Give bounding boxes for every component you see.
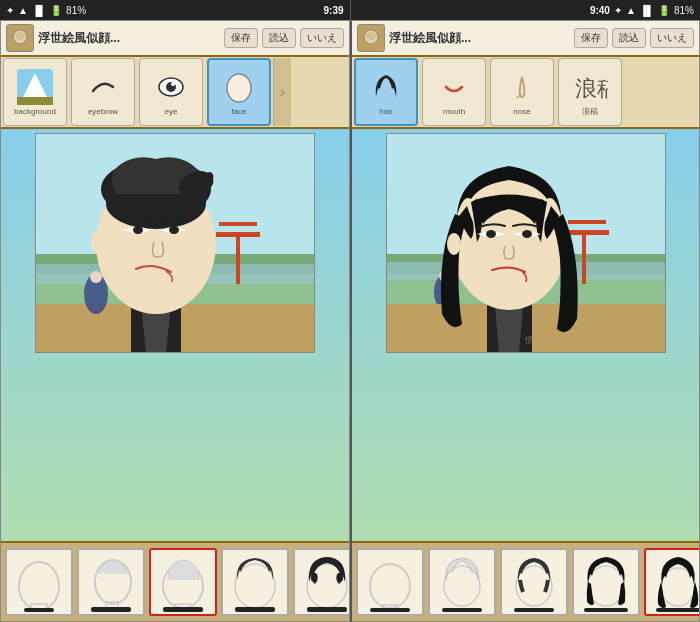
- svg-point-12: [227, 74, 251, 102]
- svg-point-33: [91, 230, 107, 254]
- left-no-btn[interactable]: いいえ: [300, 28, 344, 48]
- background-label: background: [14, 107, 56, 116]
- left-canvas-area: [1, 129, 349, 541]
- svg-point-54: [366, 32, 376, 40]
- right-thumb-2[interactable]: [428, 548, 496, 616]
- svg-rect-77: [360, 552, 420, 612]
- left-thumb-5[interactable]: [293, 548, 349, 616]
- battery-icon-left: 🔋: [50, 5, 62, 16]
- svg-rect-48: [235, 607, 275, 612]
- tool-face[interactable]: face: [207, 58, 271, 126]
- left-title: 浮世絵風似顔...: [38, 30, 220, 47]
- eye-icon: [153, 69, 189, 105]
- right-thumb-5[interactable]: [644, 548, 699, 616]
- right-toolbar: hair mouth: [352, 57, 699, 129]
- signal-icon-left: ▐▌: [32, 5, 46, 16]
- svg-point-75: [522, 230, 532, 238]
- left-canvas: [35, 133, 315, 353]
- bluetooth-icon-left: ✦: [6, 5, 14, 16]
- eyebrow-label: eyebrow: [88, 107, 118, 116]
- svg-text:浪稿: 浪稿: [575, 76, 608, 101]
- right-save-btn[interactable]: 保存: [574, 28, 608, 48]
- nose-icon: [504, 69, 540, 105]
- time-right: 9:40: [590, 5, 610, 16]
- tool-background[interactable]: background: [3, 58, 67, 126]
- right-title-bar: 浮世絵風似顔... 保存 読込 いいえ: [352, 21, 699, 57]
- svg-point-2: [15, 32, 25, 40]
- right-title: 浮世絵風似顔...: [389, 30, 570, 47]
- svg-rect-45: [163, 607, 203, 612]
- tool-hair[interactable]: hair: [354, 58, 418, 126]
- status-bar-left: ✦ ▲ ▐▌ 🔋 81% 9:39 9:40 ✦ ▲ ▐▌ 🔋 81%: [0, 0, 700, 20]
- eye-label: eye: [165, 107, 178, 116]
- tool-nose[interactable]: nose: [490, 58, 554, 126]
- eyebrow-icon: [85, 69, 121, 105]
- left-load-btn[interactable]: 読込: [262, 28, 296, 48]
- left-thumb-2[interactable]: [77, 548, 145, 616]
- mouth-label: mouth: [443, 107, 465, 116]
- right-canvas-area: 慣遊狂玩人 HTTP://ARITAN.COM: [352, 129, 699, 541]
- svg-rect-37: [24, 608, 54, 612]
- left-scroll-indicator[interactable]: ›: [273, 58, 291, 126]
- hair-label: hair: [379, 107, 392, 116]
- svg-point-74: [486, 230, 496, 238]
- signal-icon-right: ▐▌: [640, 5, 654, 16]
- svg-rect-41: [91, 607, 131, 612]
- tool-eyebrow[interactable]: eyebrow: [71, 58, 135, 126]
- wifi-icon-right: ▲: [626, 5, 636, 16]
- battery-pct-left: 81%: [66, 5, 86, 16]
- face-label: face: [231, 107, 246, 116]
- left-app-icon: [6, 24, 34, 52]
- battery-icon-right: 🔋: [658, 5, 670, 16]
- right-thumb-3[interactable]: [500, 548, 568, 616]
- svg-rect-83: [442, 608, 482, 612]
- hair-icon: [368, 69, 404, 105]
- svg-point-31: [133, 226, 143, 234]
- svg-rect-56: [436, 69, 472, 105]
- right-panel: 浮世絵風似顔... 保存 読込 いいえ hair: [350, 20, 700, 622]
- right-canvas: 慣遊狂玩人 HTTP://ARITAN.COM: [386, 133, 666, 353]
- right-app-icon: [357, 24, 385, 52]
- left-thumb-3[interactable]: [149, 548, 217, 616]
- svg-rect-51: [307, 607, 347, 612]
- left-thumb-4[interactable]: [221, 548, 289, 616]
- nose-label: nose: [513, 107, 530, 116]
- left-thumb-strip: [1, 541, 349, 621]
- svg-rect-80: [370, 608, 410, 612]
- time-left: 9:39: [323, 5, 343, 16]
- svg-rect-6: [85, 69, 121, 105]
- tool-save[interactable]: 浪稿 浪稿: [558, 58, 622, 126]
- svg-point-32: [169, 226, 179, 234]
- right-thumb-strip: [352, 541, 699, 621]
- svg-point-88: [588, 566, 624, 606]
- save-icon: 浪稿: [572, 68, 608, 104]
- svg-rect-57: [504, 69, 540, 105]
- svg-rect-55: [368, 69, 404, 105]
- svg-rect-92: [656, 608, 699, 612]
- mouth-icon: [436, 69, 472, 105]
- left-panel: 浮世絵風似顔... 保存 読込 いいえ background: [0, 20, 350, 622]
- svg-rect-89: [584, 608, 628, 612]
- face-icon: [221, 69, 257, 105]
- left-title-bar: 浮世絵風似顔... 保存 読込 いいえ: [1, 21, 349, 57]
- watermark: 慣遊狂玩人 HTTP://ARITAN.COM: [525, 334, 659, 347]
- svg-point-10: [171, 82, 175, 86]
- battery-pct-right: 81%: [674, 5, 694, 16]
- left-toolbar: background eyebrow: [1, 57, 349, 129]
- tool-eye[interactable]: eye: [139, 58, 203, 126]
- svg-point-76: [447, 233, 461, 255]
- left-save-btn[interactable]: 保存: [224, 28, 258, 48]
- right-load-btn[interactable]: 読込: [612, 28, 646, 48]
- save-label: 浪稿: [582, 106, 598, 117]
- svg-rect-5: [17, 97, 53, 105]
- tool-mouth[interactable]: mouth: [422, 58, 486, 126]
- right-thumb-1[interactable]: [356, 548, 424, 616]
- svg-rect-86: [514, 608, 554, 612]
- right-thumb-4[interactable]: [572, 548, 640, 616]
- bluetooth-icon-right: ✦: [614, 5, 622, 16]
- right-no-btn[interactable]: いいえ: [650, 28, 694, 48]
- background-icon: [17, 69, 53, 105]
- wifi-icon-left: ▲: [18, 5, 28, 16]
- left-thumb-1[interactable]: [5, 548, 73, 616]
